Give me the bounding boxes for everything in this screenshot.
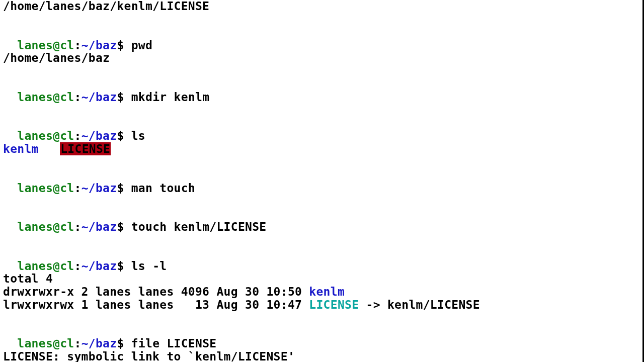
prompt-user: lanes@cl	[17, 220, 74, 233]
prompt-dollar: $	[117, 337, 131, 350]
prompt-user: lanes@cl	[17, 259, 74, 273]
prompt-path: ~/baz	[82, 39, 117, 52]
lsl-row-license: lrwxrwxrwx 1 lanes lanes 13 Aug 30 10:47…	[3, 299, 639, 312]
blank-line	[3, 104, 639, 117]
command-line-man: lanes@cl:~/baz$ man touch	[3, 169, 639, 195]
prompt-path: ~/baz	[82, 90, 117, 104]
command-pwd: pwd	[131, 39, 152, 52]
ls-gap	[39, 142, 60, 155]
lsl-row-kenlm: drwxrwxr-x 2 lanes lanes 4096 Aug 30 10:…	[3, 286, 639, 299]
command-line-ls: lanes@cl:~/baz$ ls	[3, 117, 639, 143]
prompt-sep: :	[74, 90, 81, 104]
prompt-user: lanes@cl	[17, 90, 74, 104]
lsl-row1-meta: drwxrwxr-x 2 lanes lanes 4096 Aug 30 10:…	[3, 285, 309, 298]
prompt-path: ~/baz	[82, 220, 117, 233]
output-pwd: /home/lanes/baz	[3, 52, 639, 65]
blank-line	[3, 195, 639, 208]
command-line-file: lanes@cl:~/baz$ file LICENSE	[3, 325, 639, 351]
ls-symlink-license: LICENSE	[60, 142, 111, 155]
blank-line	[3, 156, 639, 169]
prompt-path: ~/baz	[82, 259, 117, 273]
prompt-sep: :	[74, 39, 81, 52]
command-file: file LICENSE	[131, 337, 217, 350]
command-line-pwd: lanes@cl:~/baz$ pwd	[3, 26, 639, 52]
output-prev-realpath: /home/lanes/baz/kenlm/LICENSE	[3, 0, 639, 13]
command-man-touch: man touch	[131, 182, 195, 195]
command-line-touch: lanes@cl:~/baz$ touch kenlm/LICENSE	[3, 208, 639, 234]
prompt-path: ~/baz	[82, 182, 117, 195]
prompt-dollar: $	[117, 90, 131, 104]
prompt-user: lanes@cl	[17, 129, 74, 142]
prompt-dollar: $	[117, 39, 131, 52]
blank-line	[3, 13, 639, 26]
prompt-dollar: $	[117, 129, 131, 142]
prompt-path: ~/baz	[82, 129, 117, 142]
prompt-sep: :	[74, 337, 81, 350]
prompt-path: ~/baz	[82, 337, 117, 350]
prompt-dollar: $	[117, 182, 131, 195]
lsl-row2-name: LICENSE	[309, 298, 359, 311]
prompt-dollar: $	[117, 259, 131, 273]
prompt-dollar: $	[117, 220, 131, 233]
prompt-sep: :	[74, 129, 81, 142]
command-touch: touch kenlm/LICENSE	[131, 220, 267, 233]
blank-line	[3, 65, 639, 78]
prompt-sep: :	[74, 182, 81, 195]
output-file: LICENSE: symbolic link to `kenlm/LICENSE…	[3, 350, 639, 362]
lsl-row2-arrow: ->	[359, 298, 387, 311]
command-line-mkdir: lanes@cl:~/baz$ mkdir kenlm	[3, 78, 639, 104]
ls-dir-kenlm: kenlm	[3, 142, 39, 155]
command-line-ls-l: lanes@cl:~/baz$ ls -l	[3, 247, 639, 273]
output-ls: kenlm LICENSE	[3, 143, 639, 156]
lsl-total: total 4	[3, 273, 639, 286]
command-ls-l: ls -l	[131, 259, 167, 273]
blank-line	[3, 234, 639, 247]
prompt-sep: :	[74, 259, 81, 273]
lsl-row1-name: kenlm	[309, 285, 345, 298]
prompt-user: lanes@cl	[17, 337, 74, 350]
lsl-row2-meta: lrwxrwxrwx 1 lanes lanes 13 Aug 30 10:47	[3, 298, 309, 311]
lsl-row2-target: kenlm/LICENSE	[387, 298, 480, 311]
command-mkdir: mkdir kenlm	[131, 90, 210, 104]
prompt-user: lanes@cl	[17, 39, 74, 52]
prompt-sep: :	[74, 220, 81, 233]
blank-line	[3, 312, 639, 325]
prompt-user: lanes@cl	[17, 182, 74, 195]
command-ls: ls	[131, 129, 145, 142]
